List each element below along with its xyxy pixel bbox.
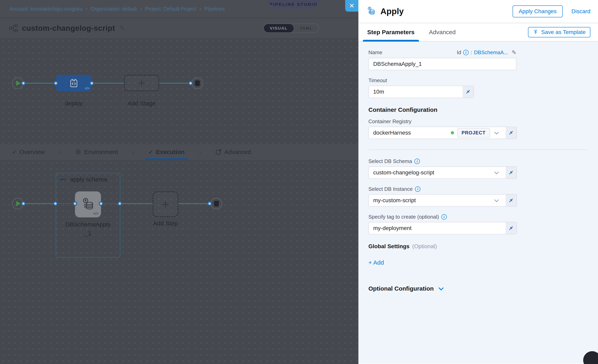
db-apply-icon [366,6,376,17]
db-schema-value: custom-changelog-script [373,169,434,176]
info-icon[interactable]: i [415,186,420,192]
collapse-group-icon[interactable] [60,179,66,180]
input-type-pin-button[interactable] [506,222,516,234]
tab-execution[interactable]: ✓ Execution [146,144,187,160]
apply-changes-button[interactable]: Apply Changes [513,5,563,17]
global-settings-row: Global Settings (Optional) [368,243,588,250]
pin-icon [508,197,514,203]
stop-icon [195,80,200,86]
add-step-button[interactable]: + [153,191,178,217]
apply-changes-label: Apply Changes [519,8,556,15]
chevron-down-icon[interactable] [494,130,499,135]
custom-stage-icon [68,78,79,88]
tab-label: Environment [84,149,118,155]
stop-icon [214,201,219,207]
tab-advanced[interactable]: Advanced [213,144,253,160]
add-step-label: Add Step [153,220,178,227]
breadcrumb-project[interactable]: Project: Default Project [145,6,196,12]
name-id-row: Name Id i : DBSchemaA... ✎ [368,49,516,56]
tab-step-parameters[interactable]: Step Parameters [366,23,416,41]
input-type-pin-button[interactable] [463,86,473,98]
info-icon[interactable]: i [441,214,447,220]
pin-icon [465,89,471,95]
timeout-label: Timeout [368,77,588,84]
toggle-visual[interactable]: VISUAL [264,24,294,33]
connector-dot[interactable] [73,201,77,206]
step-group-label[interactable]: apply schema [70,176,107,183]
optional-configuration-label: Optional Configuration [368,285,434,292]
tag-input[interactable] [373,225,501,232]
connector-dot[interactable] [21,81,25,85]
add-stage-button[interactable]: + [124,75,159,91]
add-stage-label: Add Stage [124,100,159,107]
chevron-down-icon[interactable] [494,170,499,174]
step-node-dbschemaapply[interactable]: </> [75,191,101,217]
tab-overview[interactable]: ✓ Overview [10,144,47,160]
db-instance-label: Select DB Instance i [368,186,588,192]
connector-line [178,203,209,204]
execution-canvas[interactable] [0,160,358,364]
connector-dot[interactable] [188,81,193,85]
discard-button[interactable]: Discard [571,8,590,15]
connector-line [94,83,124,84]
input-type-pin-button[interactable] [506,127,516,139]
connector-dot[interactable] [21,201,25,206]
pin-icon [508,170,514,176]
plus-icon: + [138,77,145,89]
connector-dot[interactable] [208,201,212,206]
connector-dot[interactable] [53,201,58,206]
edit-pipeline-name-icon[interactable]: ✎ [119,24,125,32]
db-instance-select[interactable]: my-custom-script [369,195,506,206]
container-registry-value: dockerHarness [373,130,411,136]
edit-id-icon[interactable]: ✎ [512,49,516,56]
info-icon[interactable]: i [463,50,469,55]
container-registry-label: Container Registry [368,118,588,124]
tab-step-advanced[interactable]: Advanced [428,23,457,41]
db-apply-icon [80,197,96,212]
visual-yaml-toggle: VISUAL YAML [263,24,319,33]
info-icon[interactable]: i [414,159,420,164]
breadcrumb-pipelines[interactable]: Pipelines [204,6,224,12]
db-schema-select[interactable]: custom-changelog-script [369,167,506,178]
tab-environment[interactable]: Environment [73,144,120,160]
stage-canvas[interactable] [0,38,358,144]
optional-configuration-toggle[interactable]: Optional Configuration [368,285,588,292]
timeout-input[interactable] [373,89,458,95]
step-parameters-form: Name Id i : DBSchemaA... ✎ Timeout [358,41,598,364]
name-label: Name [368,50,382,56]
db-schema-label: Select DB Schema i [368,158,588,164]
connector-dot[interactable] [90,81,94,85]
container-registry-select[interactable]: dockerHarness PROJECT [369,127,506,139]
connector-dot[interactable] [54,81,58,85]
db-schema-field: custom-changelog-script [368,166,517,179]
breadcrumb-account[interactable]: Account: kurosakiichigo.songoku [10,6,83,12]
connector-dot[interactable] [118,201,122,206]
chevron-right-icon: › [132,148,135,157]
chevron-down-icon[interactable] [494,198,499,202]
tab-label: Execution [156,149,185,155]
input-type-pin-button[interactable] [506,167,516,178]
add-global-setting-link[interactable]: + Add [368,259,588,266]
step-label: DBSchemaApply_1 [64,220,112,237]
save-as-template-button[interactable]: Save as Template [528,27,590,37]
close-icon: ✕ [349,2,355,10]
stage-node-deploy[interactable]: </> [56,75,91,91]
step-id: Id i : DBSchemaA... ✎ [457,49,516,56]
chevron-right-icon: › [199,148,201,157]
db-instance-value: my-custom-script [373,197,416,204]
breadcrumb-organization[interactable]: Organization: default [91,6,137,12]
name-input[interactable] [368,58,516,70]
toggle-yaml[interactable]: YAML [294,24,319,33]
connector-line [159,83,190,84]
tag-label-text: Specify tag to create (optional) [368,214,439,220]
connector-dot[interactable] [99,201,103,206]
connector-line [25,203,56,204]
id-label: Id [457,50,461,56]
code-badge-icon: </> [93,211,99,216]
pipeline-canvas: Account: kurosakiichigo.songoku › Organi… [0,0,358,364]
drawer-header: Apply Apply Changes Discard [358,0,598,23]
input-type-pin-button[interactable] [506,195,516,206]
id-value[interactable]: DBSchemaA... [474,50,508,56]
close-drawer-button[interactable]: ✕ [345,0,358,12]
tab-label: Overview [19,149,44,155]
